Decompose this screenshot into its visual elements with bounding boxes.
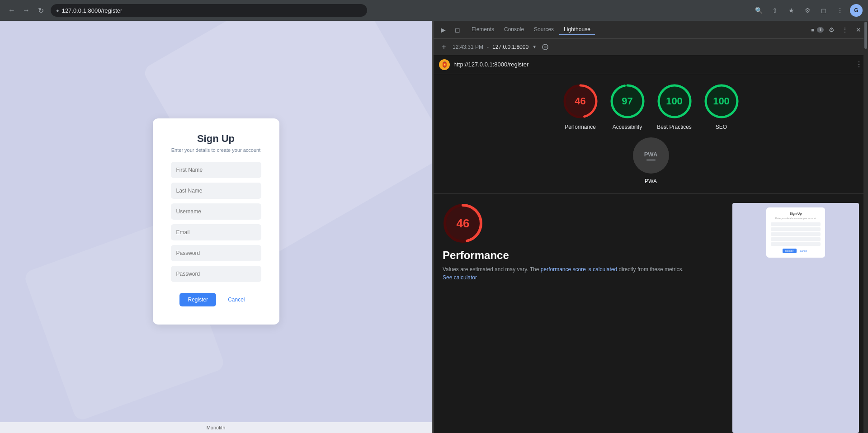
tab-lighthouse[interactable]: Lighthouse xyxy=(559,24,595,35)
email-field[interactable] xyxy=(171,224,261,240)
accessibility-label: Accessibility xyxy=(613,124,642,130)
performance-circle: 46 xyxy=(562,83,599,119)
clear-report-button[interactable] xyxy=(540,42,550,52)
best-practices-label: Best Practices xyxy=(657,124,692,130)
menu-icon[interactable]: ⋮ xyxy=(834,4,846,17)
cancel-button[interactable]: Cancel xyxy=(221,293,252,306)
devtools-device-icon[interactable]: ◻ xyxy=(452,24,463,36)
signup-subtitle: Enter your details to create your accoun… xyxy=(171,147,261,153)
thumbnail-input-5 xyxy=(771,242,821,246)
devtools-right-actions: ■ 1 ⚙ ⋮ ✕ xyxy=(811,24,864,36)
devtools-toolbar: ▶ ◻ Elements Console Sources Lighthouse … xyxy=(434,21,868,39)
seo-score: 100 xyxy=(713,95,730,107)
score-item-performance: 46 Performance xyxy=(562,83,599,130)
pwa-label: PWA xyxy=(645,178,657,184)
tab-elements[interactable]: Elements xyxy=(467,24,499,35)
pwa-circle: PWA xyxy=(633,137,669,174)
devtools-panel: ▶ ◻ Elements Console Sources Lighthouse … xyxy=(434,21,868,433)
devtools-secondary-bar: + 12:43:31 PM - 127.0.0.1:8000 ▼ xyxy=(434,39,868,55)
monolith-label: Monolith xyxy=(0,422,432,433)
score-item-seo: 100 SEO xyxy=(703,83,740,130)
bookmark-icon[interactable]: ★ xyxy=(785,4,797,17)
timestamp-separator: - xyxy=(487,44,489,50)
accessibility-circle: 97 xyxy=(609,83,646,119)
pwa-text: PWA xyxy=(644,151,658,158)
performance-score: 46 xyxy=(575,95,585,107)
thumbnail-input-3 xyxy=(771,232,821,236)
first-name-field[interactable] xyxy=(171,162,261,178)
restore-window-icon[interactable]: ◻ xyxy=(817,4,830,17)
performance-detail-score: 46 xyxy=(457,216,470,231)
address-bar[interactable]: ● 127.0.0.1:8000/register xyxy=(51,4,367,17)
devtools-inspect-icon[interactable]: ▶ xyxy=(437,24,449,36)
performance-label: Performance xyxy=(565,124,596,130)
performance-detail-desc: Values are estimated and may vary. The p… xyxy=(443,265,723,282)
devtools-close-icon[interactable]: ✕ xyxy=(853,24,864,36)
pwa-dash xyxy=(646,160,656,160)
seo-label: SEO xyxy=(716,124,727,130)
devtools-icon-buttons: ▶ ◻ xyxy=(437,24,463,36)
devtools-tabs: Elements Console Sources Lighthouse xyxy=(467,24,595,35)
see-calculator-link[interactable]: See calculator xyxy=(443,274,477,281)
devtools-more-icon[interactable]: ⋮ xyxy=(839,24,851,36)
devtools-lower-section: 46 Performance Values are estimated and … xyxy=(434,194,868,433)
score-item-accessibility: 97 Accessibility xyxy=(609,83,646,130)
signup-title: Sign Up xyxy=(171,133,261,145)
performance-detail: 46 Performance Values are estimated and … xyxy=(434,194,732,433)
back-button[interactable]: ← xyxy=(5,4,18,17)
thumbnail-input-4 xyxy=(771,237,821,241)
thumbnail-input-1 xyxy=(771,222,821,226)
best-practices-score: 100 xyxy=(666,95,683,107)
thumbnail-inner: Sign Up Enter your details to create you… xyxy=(732,203,859,433)
accessibility-score: 97 xyxy=(622,95,632,107)
report-url: 127.0.0.1:8000 xyxy=(492,44,528,50)
perf-desc-start: Values are estimated and may vary. The xyxy=(443,266,541,273)
address-url: 127.0.0.1:8000/register xyxy=(62,7,123,14)
lighthouse-icon: 🏮 xyxy=(439,59,450,70)
best-practices-circle: 100 xyxy=(656,83,693,119)
main-area: Sign Up Enter your details to create you… xyxy=(0,21,868,433)
avatar[interactable]: G xyxy=(850,4,863,17)
lighthouse-more-button[interactable]: ⋮ xyxy=(855,60,863,69)
url-dropdown-arrow[interactable]: ▼ xyxy=(532,44,537,49)
notification-badge: 1 xyxy=(817,27,824,33)
lock-icon: ● xyxy=(56,8,59,13)
extension-icon[interactable]: ⚙ xyxy=(801,4,814,17)
performance-detail-circle: 46 xyxy=(443,203,483,244)
score-item-pwa: PWA PWA xyxy=(633,137,669,184)
signup-background: Sign Up Enter your details to create you… xyxy=(0,21,432,422)
username-field[interactable] xyxy=(171,203,261,220)
tab-sources[interactable]: Sources xyxy=(529,24,558,35)
thumbnail-subtitle: Enter your details to create your accoun… xyxy=(771,217,821,220)
thumbnail-input-2 xyxy=(771,227,821,231)
devtools-scrollbar[interactable] xyxy=(863,21,868,433)
last-name-field[interactable] xyxy=(171,183,261,199)
lighthouse-scores-section: 46 Performance 97 Accessibility xyxy=(434,74,868,194)
thumbnail-register-btn: Register xyxy=(783,249,797,253)
tab-console[interactable]: Console xyxy=(500,24,528,35)
chrome-browser-bar: ← → ↻ ● 127.0.0.1:8000/register 🔍 ⇧ ★ ⚙ … xyxy=(0,0,868,21)
signup-card: Sign Up Enter your details to create you… xyxy=(153,118,279,325)
add-report-button[interactable]: + xyxy=(439,42,449,52)
devtools-settings-icon[interactable]: ⚙ xyxy=(826,24,837,36)
share-icon[interactable]: ⇧ xyxy=(769,4,781,17)
score-item-best-practices: 100 Best Practices xyxy=(656,83,693,130)
register-button[interactable]: Register xyxy=(179,293,216,306)
chrome-actions: 🔍 ⇧ ★ ⚙ ◻ ⋮ G xyxy=(752,4,863,17)
nav-buttons: ← → ↻ xyxy=(5,4,47,17)
thumbnail-card: Sign Up Enter your details to create you… xyxy=(766,207,825,258)
forward-button[interactable]: → xyxy=(20,4,33,17)
perf-score-link[interactable]: performance score is calculated xyxy=(541,266,617,273)
seo-circle: 100 xyxy=(703,83,740,119)
perf-link-text: per xyxy=(541,266,548,273)
screenshot-thumbnail: Sign Up Enter your details to create you… xyxy=(732,203,859,433)
confirm-password-field[interactable] xyxy=(171,266,261,282)
password-field[interactable] xyxy=(171,245,261,261)
search-icon[interactable]: 🔍 xyxy=(752,4,765,17)
refresh-button[interactable]: ↻ xyxy=(34,4,47,17)
form-actions: Register Cancel xyxy=(171,293,261,306)
scrollbar-thumb xyxy=(864,22,867,49)
scores-row: 46 Performance 97 Accessibility xyxy=(562,83,740,130)
thumbnail-cancel-btn: Cancel xyxy=(798,249,809,253)
thumbnail-buttons: Register Cancel xyxy=(771,249,821,253)
